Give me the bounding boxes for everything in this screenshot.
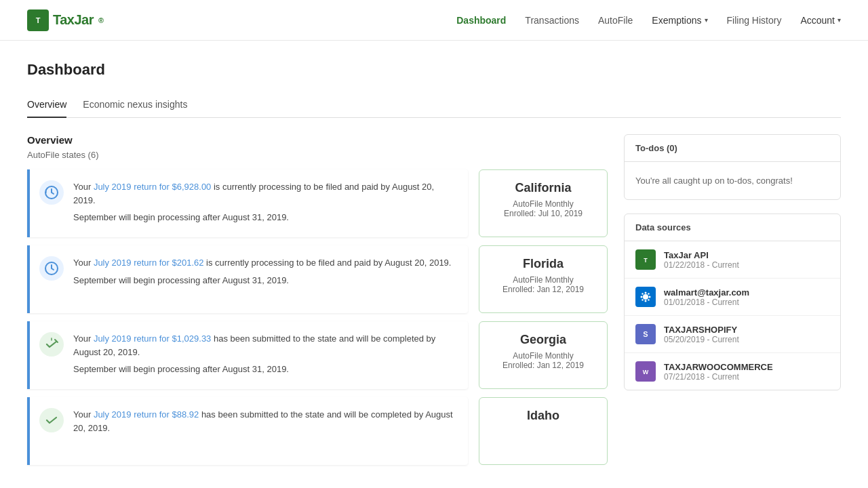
- tab-overview[interactable]: Overview: [27, 92, 66, 118]
- state-name-california: California: [490, 181, 596, 195]
- state-autofile-georgia: AutoFile Monthly: [490, 351, 596, 361]
- filing-row-4: Your July 2019 return for $88.92 has bee…: [27, 397, 608, 465]
- datasource-woocommerce-info: TAXJARWOOCOMMERCE 07/21/2018 - Current: [664, 362, 773, 382]
- woocommerce-name: TAXJARWOOCOMMERCE: [664, 362, 773, 372]
- main-content: Dashboard Overview Economic nexus insigh…: [0, 41, 868, 488]
- filing-note-3: September will begin processing after Au…: [73, 363, 457, 376]
- filing-card-4: Your July 2019 return for $88.92 has bee…: [27, 397, 468, 465]
- taxjar-api-name: TaxJar API: [664, 250, 739, 260]
- logo[interactable]: T TaxJar ®: [27, 9, 104, 31]
- shopify-icon: S: [635, 324, 656, 344]
- filing-row-3: Your July 2019 return for $1,029.33 has …: [27, 321, 608, 389]
- walmart-icon: [635, 287, 656, 307]
- filing-note-1: September will begin processing after Au…: [73, 211, 457, 224]
- nav-filing-history[interactable]: Filing History: [727, 15, 782, 26]
- todos-box: To-dos (0) You're all caught up on to-do…: [624, 134, 841, 200]
- nav-dashboard[interactable]: Dashboard: [456, 15, 506, 26]
- datasource-taxjar-api-info: TaxJar API 01/22/2018 - Current: [664, 250, 739, 270]
- svg-text:W: W: [643, 369, 649, 375]
- datasource-woocommerce[interactable]: W TAXJARWOOCOMMERCE 07/21/2018 - Current: [625, 353, 840, 390]
- state-card-idaho[interactable]: Idaho: [479, 397, 608, 465]
- tabs: Overview Economic nexus insights: [27, 92, 841, 118]
- processing-icon-2: [39, 256, 64, 281]
- state-card-georgia[interactable]: Georgia AutoFile Monthly Enrolled: Jan 1…: [479, 321, 608, 389]
- state-autofile-california: AutoFile Monthly: [490, 199, 596, 209]
- filing-note-2: September will begin processing after Au…: [73, 274, 457, 287]
- state-enrolled-georgia: Enrolled: Jan 12, 2019: [490, 361, 596, 370]
- filing-link-1[interactable]: July 2019 return for $6,928.00: [94, 182, 211, 192]
- datasources-box: Data sources T TaxJar API 01/22/2018 - C…: [624, 214, 841, 390]
- tab-economic-nexus[interactable]: Economic nexus insights: [83, 92, 187, 118]
- filing-card-3: Your July 2019 return for $1,029.33 has …: [27, 321, 468, 389]
- logo-icon: T: [27, 9, 49, 31]
- logo-text: TaxJar: [53, 12, 94, 28]
- filing-link-4[interactable]: July 2019 return for $88.92: [94, 409, 199, 420]
- nav-exemptions[interactable]: Exemptions ▾: [652, 15, 707, 26]
- header: T TaxJar ® Dashboard Transactions AutoFi…: [0, 0, 868, 41]
- filing-text-1: Your July 2019 return for $6,928.00 is c…: [73, 180, 457, 224]
- filing-text-2: Your July 2019 return for $201.62 is cur…: [73, 256, 457, 287]
- state-card-florida[interactable]: Florida AutoFile Monthly Enrolled: Jan 1…: [479, 245, 608, 313]
- overview-section-title: Overview: [27, 134, 608, 146]
- svg-point-14: [648, 299, 649, 300]
- main-nav: Dashboard Transactions AutoFile Exemptio…: [456, 15, 841, 26]
- state-name-idaho: Idaho: [490, 409, 596, 423]
- svg-point-8: [645, 300, 647, 302]
- submitted-icon-3: [39, 332, 64, 357]
- state-card-california[interactable]: California AutoFile Monthly Enrolled: Ju…: [479, 169, 608, 237]
- content-grid: Overview AutoFile states (6) Your July 2…: [27, 134, 841, 473]
- svg-point-6: [643, 294, 648, 300]
- woocommerce-icon: W: [635, 361, 656, 382]
- datasource-walmart-info: walmart@taxjar.com 01/01/2018 - Current: [664, 287, 749, 307]
- left-column: Overview AutoFile states (6) Your July 2…: [27, 134, 608, 473]
- filing-link-2[interactable]: July 2019 return for $201.62: [94, 258, 204, 268]
- datasource-shopify-info: TAXJARSHOPIFY 05/20/2019 - Current: [664, 325, 739, 344]
- datasource-walmart[interactable]: walmart@taxjar.com 01/01/2018 - Current: [625, 279, 840, 316]
- taxjar-api-dates: 01/22/2018 - Current: [664, 260, 739, 270]
- nav-transactions[interactable]: Transactions: [525, 15, 579, 26]
- svg-point-13: [642, 299, 643, 300]
- svg-text:T: T: [36, 16, 41, 24]
- state-enrolled-florida: Enrolled: Jan 12, 2019: [490, 285, 596, 294]
- submitted-icon-4: [39, 408, 64, 432]
- nav-account[interactable]: Account ▾: [800, 15, 841, 26]
- datasource-taxjar-api[interactable]: T TaxJar API 01/22/2018 - Current: [625, 241, 840, 279]
- filing-text-4: Your July 2019 return for $88.92 has bee…: [73, 408, 457, 434]
- todos-body: You're all caught up on to-dos, congrats…: [625, 162, 840, 199]
- exemptions-chevron-icon: ▾: [705, 16, 708, 24]
- svg-point-12: [648, 293, 649, 294]
- filing-link-3[interactable]: July 2019 return for $1,029.33: [94, 333, 211, 344]
- autofile-count: AutoFile states (6): [27, 150, 608, 160]
- datasource-shopify[interactable]: S TAXJARSHOPIFY 05/20/2019 - Current: [625, 316, 840, 353]
- datasources-header: Data sources: [625, 214, 840, 241]
- nav-autofile[interactable]: AutoFile: [598, 15, 633, 26]
- svg-point-7: [645, 292, 647, 294]
- state-name-florida: Florida: [490, 257, 596, 271]
- shopify-dates: 05/20/2019 - Current: [664, 335, 739, 344]
- state-autofile-florida: AutoFile Monthly: [490, 275, 596, 285]
- filing-text-3: Your July 2019 return for $1,029.33 has …: [73, 332, 457, 376]
- right-column: To-dos (0) You're all caught up on to-do…: [624, 134, 841, 473]
- processing-icon-1: [39, 180, 64, 205]
- filing-card-1: Your July 2019 return for $6,928.00 is c…: [27, 169, 468, 237]
- svg-point-10: [649, 296, 651, 298]
- state-enrolled-california: Enrolled: Jul 10, 2019: [490, 209, 596, 218]
- walmart-name: walmart@taxjar.com: [664, 287, 749, 298]
- page-title: Dashboard: [27, 61, 841, 79]
- woocommerce-dates: 07/21/2018 - Current: [664, 372, 773, 382]
- svg-text:S: S: [643, 330, 648, 338]
- filing-card-2: Your July 2019 return for $201.62 is cur…: [27, 245, 468, 313]
- svg-point-9: [641, 296, 643, 298]
- account-chevron-icon: ▾: [837, 16, 841, 24]
- taxjar-api-icon: T: [635, 249, 656, 270]
- filing-row: Your July 2019 return for $6,928.00 is c…: [27, 169, 608, 237]
- state-name-georgia: Georgia: [490, 333, 596, 347]
- todos-header: To-dos (0): [625, 135, 840, 162]
- svg-point-11: [642, 293, 643, 294]
- filing-row-2: Your July 2019 return for $201.62 is cur…: [27, 245, 608, 313]
- walmart-dates: 01/01/2018 - Current: [664, 298, 749, 307]
- shopify-name: TAXJARSHOPIFY: [664, 325, 739, 335]
- svg-text:T: T: [644, 257, 648, 264]
